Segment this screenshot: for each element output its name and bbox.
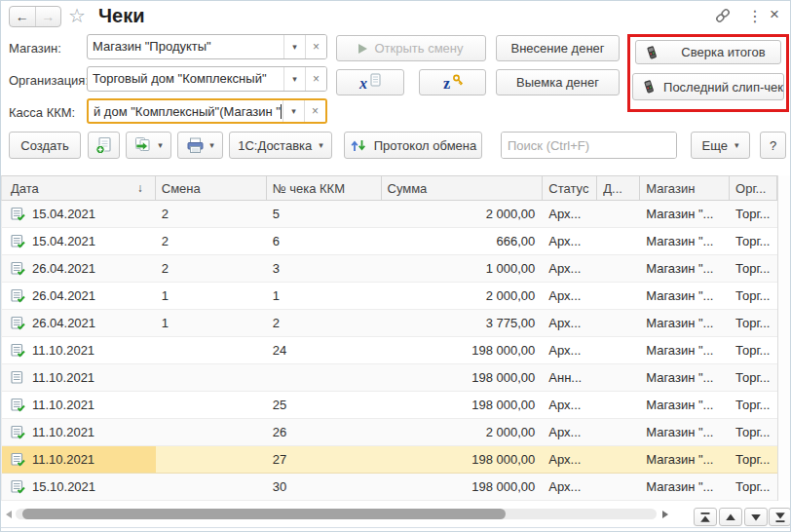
search-input[interactable]	[502, 133, 677, 158]
horizontal-scrollbar-thumb[interactable]	[22, 509, 506, 519]
scroll-right-arrow[interactable]	[662, 511, 668, 518]
cash-out-button[interactable]: Выемка денег	[496, 69, 620, 95]
cell-store: Магазин "...	[640, 392, 730, 418]
table-row[interactable]: 26.04.2021 1 1 2 000,00 Арх... Магазин "…	[2, 283, 777, 310]
cell-d	[597, 419, 640, 445]
help-button[interactable]: ?	[760, 132, 786, 159]
store-clear-button[interactable]: ×	[305, 35, 326, 58]
cell-d	[597, 474, 640, 500]
table-row[interactable]: 11.10.2021 198 000,00 Анн... Магазин "..…	[2, 364, 777, 392]
table-row[interactable]: 26.04.2021 1 2 3 775,00 Арх... Магазин "…	[2, 310, 777, 337]
row-down-button[interactable]	[744, 508, 768, 526]
cell-status: Арх...	[543, 283, 597, 309]
store-dropdown-button[interactable]: ▾	[283, 35, 305, 58]
cell-store: Магазин "...	[640, 419, 730, 445]
z-report-button[interactable]: z	[419, 69, 486, 95]
table-row[interactable]: 15.04.2021 2 5 2 000,00 Арх... Магазин "…	[2, 201, 777, 228]
vertical-scrollbar-track[interactable]	[777, 175, 791, 501]
organization-clear-button[interactable]: ×	[305, 67, 326, 91]
clear-icon: ×	[313, 40, 320, 54]
cell-receipt-number: 24	[267, 337, 382, 363]
cell-store: Магазин "...	[640, 337, 730, 363]
table-row[interactable]: 15.04.2021 2 6 666,00 Арх... Магазин "..…	[2, 228, 777, 255]
cell-date: 11.10.2021	[32, 392, 94, 418]
first-row-icon	[699, 512, 711, 523]
last-row-icon	[774, 512, 786, 523]
cell-receipt-number: 25	[267, 392, 382, 418]
cell-store: Магазин "...	[640, 201, 730, 227]
arrow-down-icon	[750, 512, 762, 523]
copy-document-button[interactable]	[88, 132, 120, 159]
get-link-icon[interactable]	[714, 7, 732, 28]
posted-document-icon	[11, 234, 25, 248]
column-header-d[interactable]: Д...	[597, 176, 640, 200]
back-button[interactable]: ←	[10, 7, 36, 26]
cash-in-button[interactable]: Внесение денег	[496, 35, 620, 61]
cell-d	[597, 255, 640, 282]
table-header: Дата ↓ Смена № чека ККМ Сумма Статус Д..…	[1, 175, 777, 201]
organization-dropdown-button[interactable]: ▾	[283, 67, 305, 91]
chevron-down-icon: ▾	[291, 106, 296, 116]
posted-document-icon	[11, 316, 25, 330]
cell-sum: 198 000,00	[382, 337, 544, 363]
cell-store: Магазин "...	[640, 255, 730, 282]
organization-combobox[interactable]: Торговый дом "Комплексный" ▾ ×	[87, 66, 327, 92]
kkm-combobox[interactable]: й дом "Комплексный"(Магазин " ▾ ×	[87, 98, 327, 124]
delivery-menu-button[interactable]: 1С:Доставка ▾	[229, 132, 332, 159]
favorite-star-icon[interactable]: ☆	[68, 4, 86, 27]
row-up-button[interactable]	[719, 508, 742, 526]
column-header-sum[interactable]: Сумма	[382, 176, 544, 200]
more-actions-button[interactable]: Еще ▾	[691, 132, 750, 159]
table-row[interactable]: 11.10.2021 24 198 000,00 Арх... Магазин …	[2, 337, 777, 364]
cell-shift	[156, 446, 267, 473]
open-shift-button[interactable]: Открыть смену	[336, 35, 486, 61]
pos-terminal-icon	[641, 79, 657, 95]
reconciliation-button[interactable]: Сверка итогов	[635, 40, 781, 64]
cell-receipt-number: 5	[267, 201, 382, 227]
store-label: Магазин:	[9, 41, 61, 56]
kkm-dropdown-button[interactable]: ▾	[282, 100, 304, 122]
cell-d	[597, 283, 640, 309]
table-row[interactable]: 11.10.2021 26 2 000,00 Арх... Магазин ".…	[2, 419, 777, 446]
cell-receipt-number: 26	[267, 419, 382, 445]
store-value: Магазин "Продукты"	[88, 35, 283, 58]
print-button[interactable]: ▾	[177, 132, 223, 159]
create-based-on-button[interactable]: ▾	[126, 132, 171, 159]
cell-status: Арх...	[543, 255, 597, 282]
cell-sum: 2 000,00	[382, 283, 544, 309]
cell-org: Торг...	[730, 255, 777, 282]
table-row[interactable]: 11.10.2021 25 198 000,00 Арх... Магазин …	[2, 392, 777, 419]
back-arrow-icon: ←	[16, 9, 29, 24]
column-header-org[interactable]: Орг...	[730, 176, 777, 200]
chevron-down-icon: ▾	[292, 74, 297, 84]
create-button[interactable]: Создать	[9, 132, 81, 159]
go-to-first-row-button[interactable]	[694, 508, 717, 526]
excel-export-button[interactable]: x	[336, 69, 404, 95]
table-row[interactable]: 11.10.2021 27 198 000,00 Арх... Магазин …	[2, 446, 777, 474]
exchange-protocol-button[interactable]: Протокол обмена	[344, 132, 482, 159]
table-row[interactable]: 26.04.2021 2 3 1 000,00 Арх... Магазин "…	[2, 255, 777, 283]
cell-date: 11.10.2021	[32, 419, 94, 445]
cell-shift	[156, 364, 267, 391]
posted-document-icon	[11, 398, 25, 412]
cell-d	[597, 201, 640, 227]
organization-value: Торговый дом "Комплексный"	[88, 67, 283, 91]
column-header-store[interactable]: Магазин	[640, 176, 730, 200]
more-menu-icon[interactable]: ⋮	[747, 8, 763, 25]
cell-org: Торг...	[730, 228, 777, 254]
column-header-date[interactable]: Дата ↓	[2, 176, 156, 200]
go-to-last-row-button[interactable]	[769, 508, 791, 526]
column-header-status[interactable]: Статус	[543, 176, 597, 200]
forward-button[interactable]: →	[36, 7, 61, 26]
last-slip-button[interactable]: Последний слип-чек	[632, 73, 784, 100]
store-combobox[interactable]: Магазин "Продукты" ▾ ×	[87, 34, 327, 59]
table-row[interactable]: 15.10.2021 30 198 000,00 Арх... Магазин …	[2, 474, 777, 501]
cell-date: 15.10.2021	[32, 474, 95, 500]
horizontal-scrollbar-track[interactable]	[16, 509, 657, 519]
close-window-icon[interactable]: ×	[770, 5, 779, 24]
column-header-shift[interactable]: Смена	[156, 176, 267, 200]
cell-org: Торг...	[730, 283, 777, 309]
kkm-clear-button[interactable]: ×	[304, 100, 325, 122]
column-header-receipt-number[interactable]: № чека ККМ	[267, 176, 382, 200]
scroll-left-arrow[interactable]	[6, 511, 12, 518]
